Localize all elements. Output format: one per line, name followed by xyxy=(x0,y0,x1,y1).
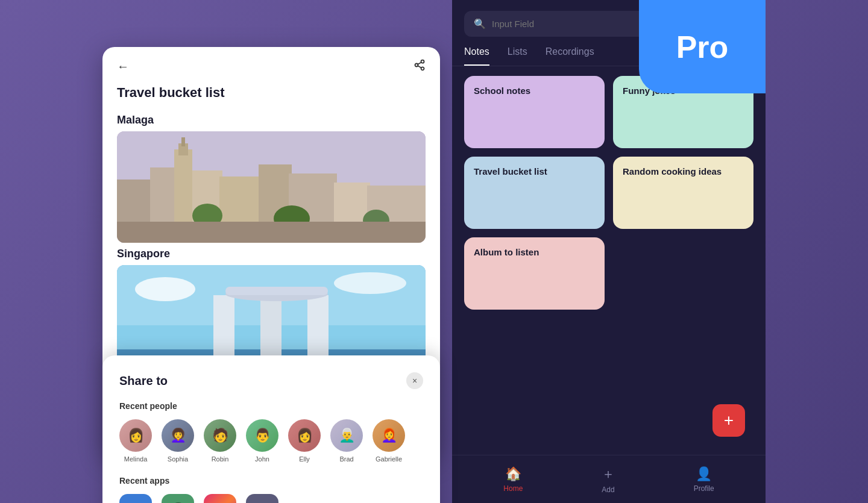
person-robin[interactable]: 🧑 Robin xyxy=(204,419,236,463)
note-card-title: Album to listen xyxy=(474,247,539,257)
share-button[interactable] xyxy=(414,59,426,74)
person-brad[interactable]: 👨‍🦳 Brad xyxy=(330,419,363,463)
avatar-sophia: 👩‍🦱 xyxy=(162,419,194,452)
person-name: Sophia xyxy=(168,455,188,463)
note-card-4[interactable]: Album to listen xyxy=(464,237,605,310)
avatar-elly: 👩 xyxy=(288,419,321,452)
recent-apps-label: Recent apps xyxy=(119,476,423,486)
person-sophia[interactable]: 👩‍🦱 Sophia xyxy=(162,419,194,463)
svg-rect-21 xyxy=(117,222,426,243)
svg-point-33 xyxy=(135,277,195,301)
svg-rect-11 xyxy=(181,137,185,146)
svg-rect-29 xyxy=(225,287,328,295)
avatar-brad: 👨‍🦳 xyxy=(330,419,363,452)
malaga-image xyxy=(117,131,426,243)
close-button[interactable]: × xyxy=(406,372,423,389)
search-icon: 🔍 xyxy=(474,18,486,30)
apps-row: ✉ Ema 💬 SMS 📷 Instagram ··· Other xyxy=(119,494,423,503)
other-icon: ··· xyxy=(246,494,278,503)
nav-add[interactable]: ＋ Add xyxy=(602,465,615,494)
home-icon: 🏠 xyxy=(505,466,521,482)
note-header: ← xyxy=(102,47,440,80)
note-card-2[interactable]: Travel bucket list xyxy=(464,157,605,229)
person-name: Elly xyxy=(299,455,310,463)
person-name: John xyxy=(255,455,269,463)
profile-icon: 👤 xyxy=(696,466,712,482)
nav-home[interactable]: 🏠 Home xyxy=(503,466,523,493)
person-name: Gabrielle xyxy=(376,455,402,463)
note-card-3[interactable]: Random cooking ideas xyxy=(613,157,753,229)
app-other[interactable]: ··· Other xyxy=(246,494,278,503)
note-card-title: School notes xyxy=(474,86,530,96)
svg-line-4 xyxy=(418,62,421,64)
note-title: Travel bucket list xyxy=(102,80,440,109)
ema-icon: ✉ xyxy=(119,494,152,503)
person-name: Brad xyxy=(339,455,353,463)
avatar-melinda: 👩 xyxy=(119,419,152,452)
bottom-nav: 🏠 Home ＋ Add 👤 Profile xyxy=(452,455,766,503)
nav-home-label: Home xyxy=(503,484,523,493)
app-ema[interactable]: ✉ Ema xyxy=(119,494,152,503)
tab-notes[interactable]: Notes xyxy=(464,46,489,66)
pro-badge[interactable]: Pro xyxy=(639,0,766,93)
app-instagram[interactable]: 📷 Instagram xyxy=(204,494,236,503)
sms-icon: 💬 xyxy=(162,494,194,503)
person-john[interactable]: 👨 John xyxy=(246,419,278,463)
section-singapore: Singapore xyxy=(102,243,440,265)
note-card-0[interactable]: School notes xyxy=(464,76,605,148)
person-melinda[interactable]: 👩 Melinda xyxy=(119,419,152,463)
add-note-button[interactable]: + xyxy=(712,404,745,437)
app-sms[interactable]: 💬 SMS xyxy=(162,494,194,503)
note-card-title: Random cooking ideas xyxy=(623,166,722,177)
add-icon: ＋ xyxy=(602,465,615,483)
recent-people-label: Recent people xyxy=(119,401,423,411)
svg-line-3 xyxy=(418,66,421,67)
avatar-john: 👨 xyxy=(246,419,278,452)
note-card-title: Travel bucket list xyxy=(474,166,547,177)
right-panel: Pro 🔍 Notes Lists Recordings School note… xyxy=(452,0,766,503)
section-malaga: Malaga xyxy=(102,109,440,131)
share-modal: Share to × Recent people 👩 Melinda 👩‍🦱 S… xyxy=(102,355,440,503)
tab-lists[interactable]: Lists xyxy=(508,46,527,66)
tab-recordings[interactable]: Recordings xyxy=(546,46,594,66)
person-name: Melinda xyxy=(124,455,148,463)
nav-profile-label: Profile xyxy=(694,484,714,493)
person-elly[interactable]: 👩 Elly xyxy=(288,419,321,463)
notes-grid: School notesFunny jokesTravel bucket lis… xyxy=(452,66,766,455)
pro-label: Pro xyxy=(676,29,729,65)
share-title: Share to xyxy=(119,374,168,388)
instagram-icon: 📷 xyxy=(204,494,236,503)
back-button[interactable]: ← xyxy=(117,60,129,73)
nav-profile[interactable]: 👤 Profile xyxy=(694,466,714,493)
avatar-robin: 🧑 xyxy=(204,419,236,452)
people-row: 👩 Melinda 👩‍🦱 Sophia 🧑 Robin 👨 John 👩 El… xyxy=(119,419,423,463)
svg-point-34 xyxy=(334,272,406,294)
avatar-gabrielle: 👩‍🦰 xyxy=(373,419,405,452)
person-gabrielle[interactable]: 👩‍🦰 Gabrielle xyxy=(373,419,405,463)
share-modal-header: Share to × xyxy=(119,372,423,389)
nav-add-label: Add xyxy=(602,486,614,494)
person-name: Robin xyxy=(212,455,229,463)
